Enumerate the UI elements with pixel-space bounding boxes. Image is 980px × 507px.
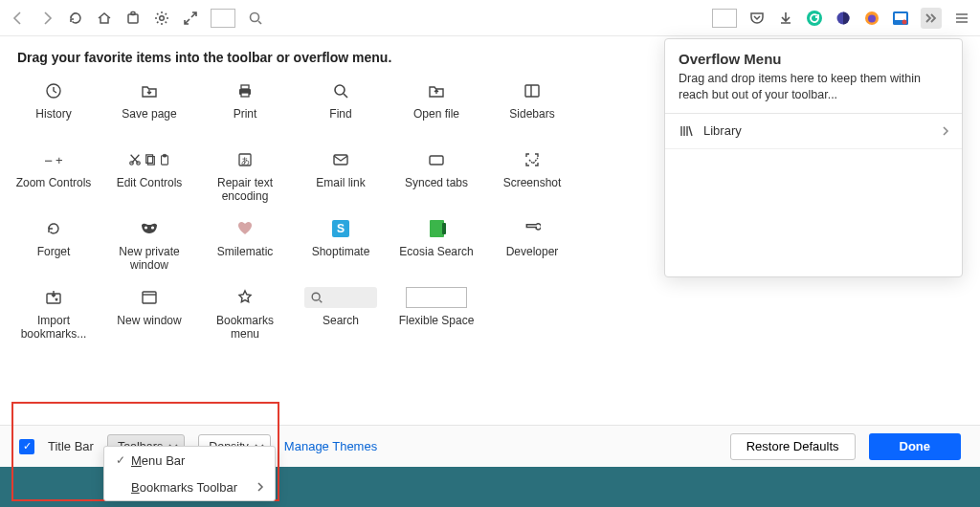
svg-point-15 bbox=[335, 85, 345, 95]
top-toolbar bbox=[0, 0, 980, 36]
nightmode-icon[interactable] bbox=[835, 10, 852, 27]
home-icon[interactable] bbox=[96, 10, 113, 27]
item-import-bookmarks[interactable]: Import bookmarks... bbox=[6, 281, 101, 350]
svg-rect-26 bbox=[430, 156, 443, 165]
titlebar-checkbox[interactable]: ✓ bbox=[19, 439, 34, 454]
item-new-window[interactable]: New window bbox=[101, 281, 197, 350]
svg-point-7 bbox=[868, 14, 876, 22]
svg-rect-13 bbox=[241, 85, 249, 89]
svg-point-31 bbox=[312, 293, 320, 300]
screenshot-icon bbox=[523, 149, 541, 170]
library-icon bbox=[679, 123, 694, 139]
folder-down-icon bbox=[141, 80, 158, 101]
tab-icon bbox=[428, 149, 445, 170]
titlebar-label: Title Bar bbox=[48, 439, 94, 453]
item-sidebars[interactable]: Sidebars bbox=[484, 75, 580, 143]
svg-point-2 bbox=[160, 15, 165, 20]
clock-icon bbox=[45, 80, 62, 101]
svg-rect-1 bbox=[131, 11, 135, 14]
folder-open-icon bbox=[428, 80, 445, 101]
svg-point-28 bbox=[151, 226, 154, 229]
overflow-drop-area[interactable] bbox=[665, 148, 962, 276]
char-box-icon: あ bbox=[236, 149, 254, 170]
back-icon[interactable] bbox=[10, 10, 27, 27]
svg-rect-22 bbox=[163, 154, 166, 157]
svg-point-4 bbox=[807, 11, 822, 26]
overflow-chevrons-icon[interactable] bbox=[921, 8, 942, 29]
item-repair-text[interactable]: あRepair text encoding bbox=[197, 143, 293, 212]
download-icon[interactable] bbox=[777, 10, 794, 27]
manage-themes-link[interactable]: Manage Themes bbox=[284, 439, 377, 453]
item-shoptimate[interactable]: SShoptimate bbox=[293, 212, 389, 281]
done-button[interactable]: Done bbox=[869, 433, 962, 460]
item-ecosia[interactable]: Ecosia Search bbox=[389, 212, 484, 281]
toolbars-popup: ✓ Menu Bar Bookmarks Toolbar bbox=[103, 446, 276, 501]
svg-rect-30 bbox=[143, 292, 156, 303]
svg-rect-16 bbox=[525, 85, 539, 97]
wrench-icon bbox=[523, 218, 541, 239]
overflow-menu-panel: Overflow Menu Drag and drop items here t… bbox=[664, 38, 963, 277]
item-forget[interactable]: Forget bbox=[6, 212, 101, 281]
reload-icon[interactable] bbox=[67, 10, 84, 27]
item-history[interactable]: History bbox=[6, 75, 101, 143]
mask-icon bbox=[140, 218, 159, 239]
item-print[interactable]: Print bbox=[197, 75, 293, 143]
spacer-box[interactable] bbox=[211, 9, 235, 28]
search-icon bbox=[332, 80, 349, 101]
window-icon bbox=[141, 287, 158, 308]
extensions-icon[interactable] bbox=[124, 10, 142, 27]
settings-icon[interactable] bbox=[153, 10, 170, 27]
svg-rect-25 bbox=[334, 155, 347, 165]
menu-item-menu-bar[interactable]: ✓ Menu Bar bbox=[104, 447, 275, 474]
item-edit-controls[interactable]: Edit Controls bbox=[101, 143, 197, 212]
item-search-slot[interactable]: Search bbox=[293, 281, 389, 350]
item-flexible-space[interactable]: Flexible Space bbox=[389, 281, 484, 350]
menu-icon[interactable] bbox=[953, 10, 970, 27]
svg-text:あ: あ bbox=[241, 156, 250, 165]
firefox-icon[interactable] bbox=[863, 10, 880, 27]
minus-plus-icon: −+ bbox=[44, 149, 62, 170]
flex-slot-icon bbox=[406, 287, 467, 308]
svg-point-27 bbox=[145, 226, 147, 229]
menu-item-bookmarks-toolbar[interactable]: Bookmarks Toolbar bbox=[104, 474, 275, 500]
saveweb-icon[interactable] bbox=[892, 10, 909, 27]
search-slot-icon bbox=[304, 287, 377, 308]
item-open-file[interactable]: Open file bbox=[389, 75, 484, 143]
heart-icon bbox=[237, 218, 253, 239]
item-bookmarks-menu[interactable]: Bookmarks menu bbox=[197, 281, 293, 350]
chevron-right-icon bbox=[256, 482, 265, 492]
item-screenshot[interactable]: Screenshot bbox=[484, 143, 580, 212]
printer-icon bbox=[236, 80, 254, 101]
item-find[interactable]: Find bbox=[293, 75, 389, 143]
overflow-description: Drag and drop items here to keep them wi… bbox=[679, 71, 948, 103]
restore-defaults-button[interactable]: Restore Defaults bbox=[730, 433, 856, 460]
item-email-link[interactable]: Email link bbox=[293, 143, 389, 212]
item-developer[interactable]: Developer bbox=[484, 212, 580, 281]
svg-rect-0 bbox=[128, 14, 138, 23]
item-synced-tabs[interactable]: Synced tabs bbox=[389, 143, 484, 212]
envelope-icon bbox=[332, 149, 349, 170]
item-zoom-controls[interactable]: −+Zoom Controls bbox=[6, 143, 101, 212]
pocket-icon[interactable] bbox=[748, 10, 766, 27]
sidebar-icon bbox=[523, 80, 541, 101]
forward-icon[interactable] bbox=[38, 10, 56, 27]
svg-rect-9 bbox=[895, 13, 906, 20]
spacer-box-right[interactable] bbox=[712, 9, 737, 28]
cut-copy-paste-icon bbox=[128, 149, 170, 170]
import-star-icon bbox=[45, 287, 62, 308]
search-icon[interactable] bbox=[247, 10, 264, 27]
item-private-window[interactable]: New private window bbox=[101, 212, 197, 281]
forget-icon bbox=[45, 218, 62, 239]
overflow-item-label: Library bbox=[703, 123, 742, 138]
svg-point-3 bbox=[251, 12, 259, 21]
item-save-page[interactable]: Save page bbox=[101, 75, 197, 143]
overflow-item-library[interactable]: Library bbox=[665, 114, 962, 148]
star-icon bbox=[236, 287, 254, 308]
check-icon: ✓ bbox=[116, 453, 131, 467]
grammarly-icon[interactable] bbox=[806, 10, 823, 27]
svg-point-10 bbox=[902, 19, 907, 24]
ecosia-icon bbox=[430, 218, 444, 239]
chevron-right-icon bbox=[941, 126, 950, 136]
item-smilematic[interactable]: Smilematic bbox=[197, 212, 293, 281]
fullscreen-icon[interactable] bbox=[182, 10, 199, 27]
